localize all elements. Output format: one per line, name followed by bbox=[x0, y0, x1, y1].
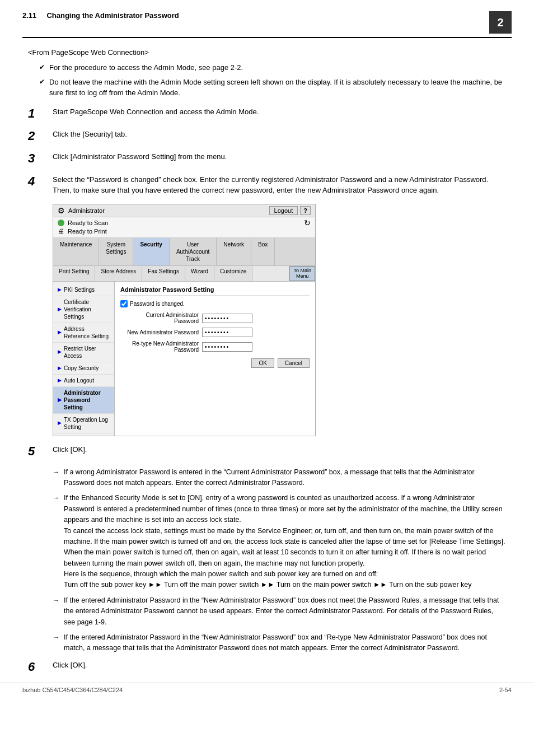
sub-tab-main-menu[interactable]: To Main Menu bbox=[289, 266, 315, 282]
ss-titlebar-right: Logout ? bbox=[269, 206, 311, 215]
ss-retype-password-input[interactable] bbox=[202, 342, 252, 352]
step-2: 2 Click the [Security] tab. bbox=[28, 129, 506, 143]
sub-tab-customize[interactable]: Customize bbox=[214, 266, 252, 282]
sidebar-label-addr: Address Reference Setting bbox=[64, 325, 110, 340]
sub-tab-print[interactable]: Print Setting bbox=[53, 266, 95, 282]
sidebar-arrow-pki: ▶ bbox=[58, 287, 62, 293]
ss-nav-tabs: Maintenance System Settings Security Use… bbox=[53, 238, 315, 266]
tab-user-auth[interactable]: User Auth/Account Track bbox=[170, 238, 217, 265]
ss-sidebar: ▶ PKI Settings ▶ Certificate Verificatio… bbox=[53, 282, 115, 436]
ss-status-scan: Ready to Scan bbox=[58, 220, 311, 226]
sidebar-arrow-copy: ▶ bbox=[58, 365, 62, 372]
ss-titlebar-left: ⚙ Administrator bbox=[58, 206, 105, 215]
ss-logout-button[interactable]: Logout bbox=[269, 206, 298, 215]
step5-arrow-4: If the entered Administrator Password in… bbox=[53, 632, 506, 654]
sidebar-arrow-cert: ▶ bbox=[58, 306, 62, 313]
sidebar-arrow-admin: ▶ bbox=[58, 397, 62, 404]
sidebar-label-tx: TX Operation Log Setting bbox=[64, 416, 110, 431]
step-number-4: 4 bbox=[28, 174, 44, 189]
ss-status-print: 🖨 Ready to Print bbox=[58, 227, 311, 235]
sidebar-restrict-user[interactable]: ▶ Restrict User Access bbox=[53, 343, 114, 362]
ss-password-changed-checkbox[interactable] bbox=[120, 300, 128, 307]
sidebar-arrow-restrict: ▶ bbox=[58, 349, 62, 356]
step-number-1: 1 bbox=[28, 106, 44, 121]
sidebar-pki[interactable]: ▶ PKI Settings bbox=[53, 284, 114, 296]
ss-status-bar: Ready to Scan 🖨 Ready to Print bbox=[53, 217, 315, 238]
ss-titlebar: ⚙ Administrator Logout ? bbox=[53, 204, 315, 217]
step-1: 1 Start PageScope Web Connection and acc… bbox=[28, 106, 506, 121]
section-title: Changing the Administrator Password bbox=[46, 11, 179, 20]
screenshot-mockup: ⚙ Administrator Logout ? Ready to Scan 🖨 bbox=[53, 204, 316, 437]
main-content: <From PageScope Web Connection> For the … bbox=[22, 48, 512, 674]
tab-box[interactable]: Box bbox=[251, 238, 275, 265]
chapter-badge: 2 bbox=[489, 11, 512, 34]
step-number-3: 3 bbox=[28, 151, 44, 166]
tab-system-settings[interactable]: System Settings bbox=[99, 238, 133, 265]
sidebar-copy-security[interactable]: ▶ Copy Security bbox=[53, 362, 114, 375]
ss-new-password-input[interactable] bbox=[202, 328, 252, 337]
ss-password-changed-label: Password is changed. bbox=[130, 301, 185, 307]
page-header: 2.11 Changing the Administrator Password… bbox=[22, 11, 512, 38]
footer-page: 2-54 bbox=[499, 687, 512, 693]
status-dot-scan bbox=[58, 220, 64, 226]
sidebar-label-auto: Auto Logout bbox=[64, 377, 94, 384]
step-text-3: Click [Administrator Password Setting] f… bbox=[53, 151, 506, 162]
sidebar-label-pki: PKI Settings bbox=[64, 286, 95, 293]
page-container: 2.11 Changing the Administrator Password… bbox=[0, 0, 534, 704]
ss-cancel-button[interactable]: Cancel bbox=[278, 358, 310, 368]
step-number-6: 6 bbox=[28, 660, 44, 674]
ss-help-button[interactable]: ? bbox=[300, 206, 311, 215]
bullet-item: For the procedure to access the Admin Mo… bbox=[39, 62, 506, 73]
step5-arrow-1: If a wrong Administrator Password is ent… bbox=[53, 467, 506, 489]
ss-content-title: Administrator Password Setting bbox=[120, 286, 310, 296]
tab-security[interactable]: Security bbox=[133, 238, 169, 265]
sidebar-address-ref[interactable]: ▶ Address Reference Setting bbox=[53, 323, 114, 343]
sidebar-tx-log[interactable]: ▶ TX Operation Log Setting bbox=[53, 414, 114, 433]
printer-icon: 🖨 bbox=[58, 227, 64, 235]
step-number-2: 2 bbox=[28, 129, 44, 143]
bullet-item: Do not leave the machine with the Admin … bbox=[39, 77, 506, 99]
header-section-info: 2.11 Changing the Administrator Password bbox=[22, 11, 179, 20]
ss-main-panel: Administrator Password Setting Password … bbox=[115, 282, 315, 436]
step5-arrow-2: If the Enhanced Security Mode is set to … bbox=[53, 493, 506, 590]
ss-button-row: OK Cancel bbox=[120, 358, 310, 368]
ss-status-wrapper: Ready to Scan 🖨 Ready to Print ↻ bbox=[53, 217, 315, 238]
sidebar-arrow-tx: ▶ bbox=[58, 420, 62, 427]
step-6: 6 Click [OK]. bbox=[28, 660, 506, 674]
footer-product: bizhub C554/C454/C364/C284/C224 bbox=[22, 687, 123, 693]
from-note: <From PageScope Web Connection> bbox=[28, 48, 506, 57]
step-text-1: Start PageScope Web Connection and acces… bbox=[53, 106, 506, 118]
ss-current-password-input[interactable] bbox=[202, 314, 252, 323]
sidebar-label-copy: Copy Security bbox=[64, 365, 99, 372]
ss-ok-button[interactable]: OK bbox=[251, 358, 274, 368]
sidebar-label-admin: Administrator Password Setting bbox=[64, 389, 110, 411]
sidebar-cert-verify[interactable]: ▶ Certificate Verification Settings bbox=[53, 296, 114, 323]
step-4: 4 Select the “Password is changed” check… bbox=[28, 174, 506, 196]
ss-body: ▶ PKI Settings ▶ Certificate Verificatio… bbox=[53, 282, 315, 436]
sub-tab-fax[interactable]: Fax Settings bbox=[142, 266, 185, 282]
step-text-6: Click [OK]. bbox=[53, 660, 506, 671]
status-label-scan: Ready to Scan bbox=[68, 220, 108, 226]
tab-network[interactable]: Network bbox=[217, 238, 251, 265]
section-number: 2.11 bbox=[22, 11, 36, 20]
refresh-icon[interactable]: ↻ bbox=[304, 218, 311, 227]
step5-arrow-3: If the entered Administrator Password in… bbox=[53, 595, 506, 628]
step-5: 5 Click [OK]. bbox=[28, 444, 506, 459]
ss-password-changed-row: Password is changed. bbox=[120, 300, 310, 307]
sidebar-auto-logout[interactable]: ▶ Auto Logout bbox=[53, 375, 114, 387]
ss-sub-tabs: Print Setting Store Address Fax Settings… bbox=[53, 266, 315, 282]
tab-maintenance[interactable]: Maintenance bbox=[53, 238, 99, 265]
sidebar-admin-password[interactable]: ▶ Administrator Password Setting bbox=[53, 387, 114, 414]
sub-tab-wizard[interactable]: Wizard bbox=[185, 266, 214, 282]
step5-arrow-list: If a wrong Administrator Password is ent… bbox=[53, 467, 506, 654]
step-3: 3 Click [Administrator Password Setting]… bbox=[28, 151, 506, 166]
step-number-5: 5 bbox=[28, 444, 44, 459]
step-text-5: Click [OK]. bbox=[53, 444, 506, 455]
ss-current-password-row: Current Administrator Password bbox=[120, 312, 310, 324]
sidebar-label-restrict: Restrict User Access bbox=[64, 345, 110, 360]
sub-tab-store-address[interactable]: Store Address bbox=[95, 266, 142, 282]
step-text-2: Click the [Security] tab. bbox=[53, 129, 506, 140]
intro-bullets: For the procedure to access the Admin Mo… bbox=[39, 62, 506, 99]
status-label-print: Ready to Print bbox=[68, 228, 107, 235]
ss-new-password-label: New Administrator Password bbox=[120, 329, 199, 335]
